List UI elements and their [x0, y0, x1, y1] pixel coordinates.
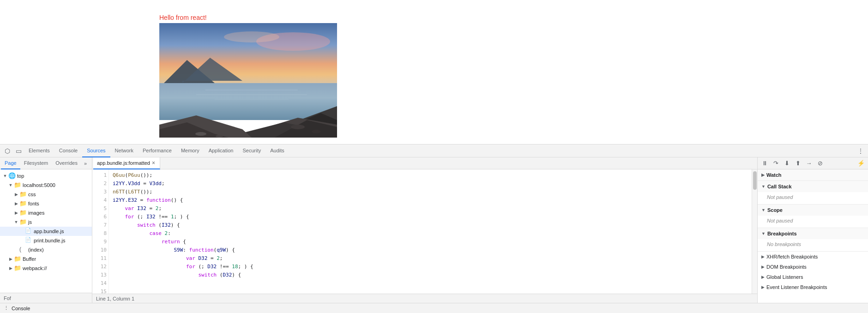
editor-tabs: app.bundle.js:formatted ×: [92, 157, 757, 169]
tree-label-localhost: localhost:5000: [23, 182, 55, 188]
tab-page[interactable]: Page: [1, 157, 20, 169]
tree-item-js[interactable]: ▼📁js: [0, 217, 92, 227]
step-button[interactable]: →: [804, 158, 814, 169]
devtools-main: Page Filesystem Overrides » ⋮ ▼🌐top▼📁loc…: [0, 157, 868, 303]
line-number-10: 10: [92, 246, 107, 254]
svg-point-16: [195, 132, 206, 136]
devtools-tab-security[interactable]: Security: [238, 144, 265, 157]
left-panel: Page Filesystem Overrides » ⋮ ▼🌐top▼📁loc…: [0, 157, 92, 303]
tree-item-localhost[interactable]: ▼📁localhost:5000: [0, 181, 92, 190]
vertical-scrollbar[interactable]: [752, 169, 757, 294]
call-stack-header[interactable]: ▼ Call Stack: [758, 181, 868, 192]
code-line-14: [113, 279, 748, 288]
tree-item-print_bundle[interactable]: 📄print.bundle.js: [0, 236, 92, 245]
line-number-6: 6: [92, 213, 107, 221]
tree-item-app_bundle[interactable]: 📄app.bundle.js: [0, 227, 92, 236]
line-number-14: 14: [92, 279, 107, 288]
file-tree: ▼🌐top▼📁localhost:5000▶📁css▶📁fonts▶📁image…: [0, 169, 92, 293]
tab-overrides[interactable]: Overrides: [52, 157, 81, 169]
tree-icon-top: 🌐: [8, 172, 16, 180]
global-listeners-label: Global Listeners: [766, 274, 803, 280]
right-panel: ⏸ ↷ ⬇ ⬆ → ⊘ ⚡ ▶ Watch ▼ Call Stack: [757, 157, 868, 303]
tree-arrow-top: ▼: [2, 174, 8, 178]
tree-label-css: css: [28, 192, 36, 197]
tree-label-top: top: [17, 173, 24, 179]
step-over-button[interactable]: ↷: [771, 158, 781, 169]
call-stack-content: Not paused: [758, 192, 868, 204]
devtools-tab-network[interactable]: Network: [110, 144, 138, 157]
tree-label-app_bundle: app.bundle.js: [34, 229, 64, 234]
devtools-tab-application[interactable]: Application: [204, 144, 238, 157]
code-line-9: return {: [113, 238, 748, 246]
line-number-13: 13: [92, 271, 107, 279]
tab-filesystem[interactable]: Filesystem: [20, 157, 52, 169]
tree-item-images[interactable]: ▶📁images: [0, 208, 92, 217]
tree-item-css[interactable]: ▶📁css: [0, 190, 92, 199]
svg-point-2: [224, 31, 279, 42]
editor-tab-label: app.bundle.js:formatted: [97, 160, 150, 166]
code-line-8: case 2:: [113, 229, 748, 238]
dom-breakpoints[interactable]: ▶ DOM Breakpoints: [758, 262, 868, 272]
step-into-button[interactable]: ⬇: [782, 158, 792, 169]
devtools-tab-audits[interactable]: Audits: [265, 144, 289, 157]
line-number-2: 2: [92, 180, 107, 188]
inspect-element-button[interactable]: ⬡: [2, 145, 13, 156]
more-options-button[interactable]: ⋮: [855, 145, 866, 156]
tree-icon-js: 📁: [19, 218, 27, 226]
watch-header[interactable]: ▶ Watch: [758, 169, 868, 181]
deactivate-breakpoints-button[interactable]: ⊘: [815, 158, 825, 169]
tree-item-fonts[interactable]: ▶📁fonts: [0, 199, 92, 208]
tree-item-index[interactable]: ((index): [0, 245, 92, 254]
dom-arrow: ▶: [761, 265, 765, 269]
tree-label-js: js: [28, 219, 32, 225]
status-bar-text: Line 1, Column 1: [96, 296, 134, 301]
svg-rect-5: [159, 83, 337, 120]
devtools-tab-memory[interactable]: Memory: [176, 144, 204, 157]
breakpoints-header[interactable]: ▼ Breakpoints: [758, 228, 868, 239]
watch-label: Watch: [766, 172, 782, 178]
breakpoints-arrow: ▼: [761, 231, 766, 236]
code-line-2: i2YY.V3dd = V3dd;: [113, 180, 748, 188]
call-stack-label: Call Stack: [767, 184, 792, 189]
scope-content: Not paused: [758, 216, 868, 228]
step-out-button[interactable]: ⬆: [793, 158, 803, 169]
tree-item-buffer[interactable]: ▶📁Buffer: [0, 254, 92, 264]
global-listeners[interactable]: ▶ Global Listeners: [758, 272, 868, 282]
editor-tab-app-bundle[interactable]: app.bundle.js:formatted ×: [93, 157, 160, 169]
code-line-3: n6TT(L6TT());: [113, 188, 748, 196]
page-image: [159, 23, 337, 138]
svg-point-18: [291, 125, 305, 129]
devtools-tab-console[interactable]: Console: [54, 144, 82, 157]
fof-text: Fof: [4, 295, 11, 301]
svg-point-17: [216, 135, 223, 138]
tree-item-webpack[interactable]: ▶📁webpack://: [0, 264, 92, 273]
line-number-9: 9: [92, 238, 107, 246]
pause-on-exceptions-button[interactable]: ⚡: [856, 158, 866, 169]
tree-icon-buffer: 📁: [14, 255, 21, 263]
tab-more[interactable]: »: [81, 159, 90, 168]
devtools-tab-performance[interactable]: Performance: [138, 144, 176, 157]
tree-label-images: images: [28, 210, 44, 216]
code-line-12: for (; D32 !== 18; ) {: [113, 263, 748, 271]
code-area[interactable]: 123456789101112131415 Q6uu(P6uu());i2YY.…: [92, 169, 757, 294]
tree-arrow-css: ▶: [13, 192, 19, 197]
event-listener-breakpoints[interactable]: ▶ Event Listener Breakpoints: [758, 282, 868, 292]
scrollbar-thumb[interactable]: [753, 171, 757, 190]
devtools-toolbar: ⬡ ▭ ElementsConsoleSourcesNetworkPerform…: [0, 144, 868, 157]
no-breakpoints-text: No breakpoints: [767, 241, 801, 247]
console-bar[interactable]: ⋮ Console: [0, 303, 868, 313]
event-listener-arrow: ▶: [761, 285, 765, 289]
code-line-15: [113, 288, 748, 294]
editor-status-bar: Line 1, Column 1: [92, 294, 757, 303]
pause-button[interactable]: ⏸: [760, 158, 770, 169]
tree-item-top[interactable]: ▼🌐top: [0, 171, 92, 181]
panel-tabs: Page Filesystem Overrides » ⋮: [0, 157, 92, 169]
device-toggle-button[interactable]: ▭: [13, 145, 24, 156]
devtools-tab-elements[interactable]: Elements: [24, 144, 54, 157]
xhr-fetch-breakpoints[interactable]: ▶ XHR/fetch Breakpoints: [758, 252, 868, 262]
editor-tab-close[interactable]: ×: [152, 160, 155, 166]
scope-header[interactable]: ▼ Scope: [758, 205, 868, 216]
devtools-tab-sources[interactable]: Sources: [82, 144, 110, 157]
hello-text: Hello from react!: [159, 14, 207, 21]
tree-icon-print_bundle: 📄: [25, 237, 32, 244]
